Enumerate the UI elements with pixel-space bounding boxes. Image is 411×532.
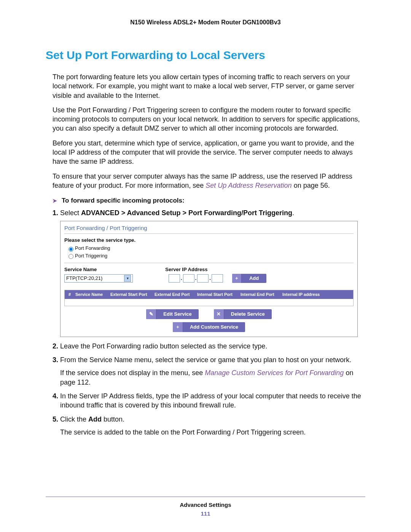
step-5-suffix: button.: [102, 415, 124, 423]
add-custom-service-label: Add Custom Service: [183, 324, 245, 331]
para4-suffix: on page 56.: [292, 182, 330, 189]
table-empty-row: [65, 299, 353, 306]
dot: .: [209, 275, 211, 282]
step-1-suffix: .: [292, 209, 294, 217]
footer-divider: [46, 497, 365, 497]
link-manage-custom-services[interactable]: Manage Custom Services for Port Forwardi…: [205, 369, 344, 377]
delete-service-label: Delete Service: [224, 311, 272, 318]
dot: .: [181, 275, 182, 282]
step-3-sub-prefix: If the service does not display in the m…: [60, 369, 205, 377]
edit-service-label: Edit Service: [156, 311, 198, 318]
service-name-label: Service Name: [64, 266, 97, 273]
ip-octet-4[interactable]: [212, 274, 223, 283]
procedure-heading-text: To forward specific incoming protocols:: [62, 197, 185, 204]
server-ip-label: Server IP Address: [165, 266, 207, 273]
step-5: Click the Add button. The service is add…: [60, 415, 365, 437]
service-type-prompt: Please select the service type.: [64, 237, 354, 244]
step-2: Leave the Port Forwarding radio button s…: [60, 342, 365, 351]
table-header-row: # Service Name External Start Port Exter…: [65, 290, 353, 299]
step-1-prefix: Select: [60, 209, 81, 217]
plus-icon: +: [232, 274, 242, 283]
divider: [64, 233, 354, 234]
pencil-icon: ✎: [146, 309, 156, 319]
plus-icon: +: [173, 322, 183, 332]
col-int-end-port: Internal End Port: [241, 292, 279, 297]
radio-port-triggering-input[interactable]: [68, 254, 73, 259]
step-1: Select ADVANCED > Advanced Setup > Port …: [60, 208, 365, 337]
step-3-text: From the Service Name menu, select the s…: [60, 356, 351, 364]
chevron-down-icon: ▾: [124, 275, 131, 282]
add-button-label: Add: [242, 275, 266, 282]
col-int-start-port: Internal Start Port: [197, 292, 237, 297]
ip-octet-1[interactable]: [169, 274, 180, 283]
step-5-sub: The service is added to the table on the…: [60, 428, 365, 437]
radio-port-forwarding-label: Port Forwarding: [75, 245, 110, 251]
col-int-ip: Internal IP address: [282, 292, 327, 297]
ip-octet-3[interactable]: [197, 274, 209, 283]
link-address-reservation[interactable]: Set Up Address Reservation: [206, 182, 292, 189]
footer-page-number: 111: [46, 510, 365, 517]
intro-para-3: Before you start, determine which type o…: [53, 139, 365, 166]
product-header: N150 Wireless ADSL2+ Modem Router DGN100…: [46, 19, 365, 26]
col-ext-end-port: External End Port: [155, 292, 194, 297]
add-custom-service-button[interactable]: + Add Custom Service: [173, 322, 245, 332]
close-icon: ✕: [214, 309, 224, 319]
panel-title: Port Forwarding / Port Triggering: [61, 221, 357, 233]
radio-port-triggering[interactable]: Port Triggering: [67, 252, 354, 259]
intro-para-4: To ensure that your server computer alwa…: [53, 172, 365, 190]
dot: .: [195, 275, 197, 282]
page-footer: Advanced Settings 111: [46, 493, 365, 517]
services-table: # Service Name External Start Port Exter…: [64, 290, 354, 306]
delete-service-button[interactable]: ✕ Delete Service: [214, 309, 272, 319]
intro-para-2: Use the Port Forwarding / Port Triggerin…: [53, 105, 365, 133]
step-1-bold: ADVANCED > Advanced Setup > Port Forward…: [81, 209, 292, 217]
section-title: Set Up Port Forwarding to Local Servers: [46, 49, 365, 62]
col-service-name: Service Name: [75, 292, 107, 297]
procedure-heading: ➤ To forward specific incoming protocols…: [53, 197, 365, 204]
step-5-bold: Add: [88, 415, 102, 423]
arrow-right-icon: ➤: [53, 198, 57, 204]
ip-octet-2[interactable]: [183, 274, 194, 283]
divider: [64, 263, 354, 263]
intro-para-1: The port forwarding feature lets you all…: [53, 72, 365, 100]
step-4: In the Server IP Address fields, type th…: [60, 391, 365, 410]
radio-port-forwarding-input[interactable]: [68, 247, 73, 252]
step-5-prefix: Click the: [60, 415, 88, 423]
radio-port-forwarding[interactable]: Port Forwarding: [67, 245, 354, 252]
col-hash: #: [67, 292, 72, 297]
step-3: From the Service Name menu, select the s…: [60, 355, 365, 387]
edit-service-button[interactable]: ✎ Edit Service: [146, 309, 198, 319]
radio-port-triggering-label: Port Triggering: [75, 253, 107, 259]
server-ip-fields: . . .: [169, 274, 223, 283]
service-name-select[interactable]: FTP(TCP:20,21) ▾: [64, 274, 133, 283]
col-ext-start-port: External Start Port: [110, 292, 151, 297]
service-name-value: FTP(TCP:20,21): [66, 275, 102, 282]
port-forwarding-panel: Port Forwarding / Port Triggering Please…: [60, 221, 358, 337]
add-button[interactable]: + Add: [232, 274, 266, 283]
footer-section: Advanced Settings: [46, 502, 365, 508]
